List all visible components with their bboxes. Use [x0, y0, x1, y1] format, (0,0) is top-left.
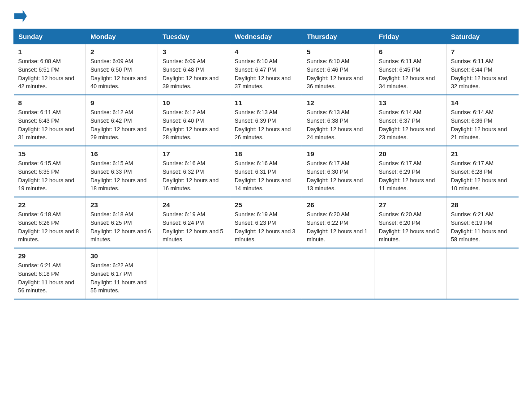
- day-number: 20: [379, 150, 442, 158]
- col-header-friday: Friday: [374, 29, 446, 44]
- calendar-cell: 24Sunrise: 6:19 AMSunset: 6:24 PMDayligh…: [158, 197, 230, 248]
- calendar-cell: 26Sunrise: 6:20 AMSunset: 6:22 PMDayligh…: [302, 197, 374, 248]
- logo-icon: [14, 10, 27, 22]
- day-number: 24: [163, 201, 225, 209]
- day-info: Sunrise: 6:20 AMSunset: 6:22 PMDaylight:…: [307, 210, 369, 244]
- calendar-cell: 30Sunrise: 6:22 AMSunset: 6:17 PMDayligh…: [86, 248, 158, 299]
- day-number: 14: [451, 99, 514, 107]
- day-info: Sunrise: 6:13 AMSunset: 6:38 PMDaylight:…: [307, 108, 369, 142]
- day-number: 1: [18, 48, 82, 56]
- day-number: 22: [18, 201, 82, 209]
- day-info: Sunrise: 6:11 AMSunset: 6:44 PMDaylight:…: [451, 57, 514, 91]
- calendar-cell: 17Sunrise: 6:16 AMSunset: 6:32 PMDayligh…: [158, 146, 230, 197]
- calendar-cell: 29Sunrise: 6:21 AMSunset: 6:18 PMDayligh…: [14, 248, 86, 299]
- day-info: Sunrise: 6:16 AMSunset: 6:31 PMDaylight:…: [235, 159, 297, 193]
- day-number: 5: [307, 48, 369, 56]
- day-info: Sunrise: 6:16 AMSunset: 6:32 PMDaylight:…: [163, 159, 225, 193]
- day-number: 28: [451, 201, 514, 209]
- calendar-cell: 7Sunrise: 6:11 AMSunset: 6:44 PMDaylight…: [446, 44, 519, 95]
- calendar-cell: 10Sunrise: 6:12 AMSunset: 6:40 PMDayligh…: [158, 95, 230, 146]
- day-info: Sunrise: 6:13 AMSunset: 6:39 PMDaylight:…: [235, 108, 297, 142]
- svg-marker-0: [14, 10, 27, 22]
- col-header-monday: Monday: [86, 29, 158, 44]
- day-number: 29: [18, 252, 82, 260]
- calendar-cell: 21Sunrise: 6:17 AMSunset: 6:28 PMDayligh…: [446, 146, 519, 197]
- calendar-cell: 9Sunrise: 6:12 AMSunset: 6:42 PMDaylight…: [86, 95, 158, 146]
- day-number: 27: [379, 201, 442, 209]
- day-info: Sunrise: 6:17 AMSunset: 6:29 PMDaylight:…: [379, 159, 442, 193]
- day-number: 6: [379, 48, 442, 56]
- calendar-week-row: 8Sunrise: 6:11 AMSunset: 6:43 PMDaylight…: [14, 95, 519, 146]
- day-info: Sunrise: 6:21 AMSunset: 6:18 PMDaylight:…: [18, 261, 82, 295]
- day-info: Sunrise: 6:21 AMSunset: 6:19 PMDaylight:…: [451, 210, 514, 244]
- day-info: Sunrise: 6:14 AMSunset: 6:37 PMDaylight:…: [379, 108, 442, 142]
- calendar-cell: [158, 248, 230, 299]
- day-number: 17: [163, 150, 225, 158]
- calendar-cell: 18Sunrise: 6:16 AMSunset: 6:31 PMDayligh…: [230, 146, 302, 197]
- day-info: Sunrise: 6:15 AMSunset: 6:35 PMDaylight:…: [18, 159, 82, 193]
- day-info: Sunrise: 6:09 AMSunset: 6:50 PMDaylight:…: [90, 57, 153, 91]
- day-number: 15: [18, 150, 82, 158]
- calendar-cell: 25Sunrise: 6:19 AMSunset: 6:23 PMDayligh…: [230, 197, 302, 248]
- day-info: Sunrise: 6:18 AMSunset: 6:26 PMDaylight:…: [18, 210, 82, 244]
- calendar-cell: 5Sunrise: 6:10 AMSunset: 6:46 PMDaylight…: [302, 44, 374, 95]
- col-header-thursday: Thursday: [302, 29, 374, 44]
- calendar-table: SundayMondayTuesdayWednesdayThursdayFrid…: [13, 29, 519, 300]
- day-info: Sunrise: 6:15 AMSunset: 6:33 PMDaylight:…: [90, 159, 153, 193]
- day-info: Sunrise: 6:10 AMSunset: 6:47 PMDaylight:…: [235, 57, 297, 91]
- day-number: 16: [90, 150, 153, 158]
- day-number: 2: [90, 48, 153, 56]
- calendar-week-row: 29Sunrise: 6:21 AMSunset: 6:18 PMDayligh…: [14, 248, 519, 299]
- day-number: 23: [90, 201, 153, 209]
- day-info: Sunrise: 6:14 AMSunset: 6:36 PMDaylight:…: [451, 108, 514, 142]
- calendar-cell: 19Sunrise: 6:17 AMSunset: 6:30 PMDayligh…: [302, 146, 374, 197]
- day-info: Sunrise: 6:09 AMSunset: 6:48 PMDaylight:…: [163, 57, 225, 91]
- day-number: 13: [379, 99, 442, 107]
- day-info: Sunrise: 6:19 AMSunset: 6:24 PMDaylight:…: [163, 210, 225, 244]
- day-number: 26: [307, 201, 369, 209]
- day-number: 19: [307, 150, 369, 158]
- col-header-tuesday: Tuesday: [158, 29, 230, 44]
- calendar-cell: 13Sunrise: 6:14 AMSunset: 6:37 PMDayligh…: [374, 95, 446, 146]
- calendar-cell: 22Sunrise: 6:18 AMSunset: 6:26 PMDayligh…: [14, 197, 86, 248]
- calendar-cell: 15Sunrise: 6:15 AMSunset: 6:35 PMDayligh…: [14, 146, 86, 197]
- day-info: Sunrise: 6:11 AMSunset: 6:45 PMDaylight:…: [379, 57, 442, 91]
- day-info: Sunrise: 6:20 AMSunset: 6:20 PMDaylight:…: [379, 210, 442, 244]
- day-number: 3: [163, 48, 225, 56]
- day-info: Sunrise: 6:12 AMSunset: 6:42 PMDaylight:…: [90, 108, 153, 142]
- calendar-cell: 14Sunrise: 6:14 AMSunset: 6:36 PMDayligh…: [446, 95, 519, 146]
- day-number: 4: [235, 48, 297, 56]
- calendar-cell: 2Sunrise: 6:09 AMSunset: 6:50 PMDaylight…: [86, 44, 158, 95]
- day-number: 10: [163, 99, 225, 107]
- day-info: Sunrise: 6:17 AMSunset: 6:30 PMDaylight:…: [307, 159, 369, 193]
- calendar-cell: [374, 248, 446, 299]
- calendar-cell: 16Sunrise: 6:15 AMSunset: 6:33 PMDayligh…: [86, 146, 158, 197]
- calendar-cell: 6Sunrise: 6:11 AMSunset: 6:45 PMDaylight…: [374, 44, 446, 95]
- day-number: 21: [451, 150, 514, 158]
- logo: [13, 9, 27, 21]
- day-number: 7: [451, 48, 514, 56]
- calendar-week-row: 15Sunrise: 6:15 AMSunset: 6:35 PMDayligh…: [14, 146, 519, 197]
- calendar-week-row: 1Sunrise: 6:08 AMSunset: 6:51 PMDaylight…: [14, 44, 519, 95]
- day-info: Sunrise: 6:17 AMSunset: 6:28 PMDaylight:…: [451, 159, 514, 193]
- day-info: Sunrise: 6:11 AMSunset: 6:43 PMDaylight:…: [18, 108, 82, 142]
- day-info: Sunrise: 6:22 AMSunset: 6:17 PMDaylight:…: [90, 261, 153, 295]
- calendar-cell: 8Sunrise: 6:11 AMSunset: 6:43 PMDaylight…: [14, 95, 86, 146]
- calendar-cell: 1Sunrise: 6:08 AMSunset: 6:51 PMDaylight…: [14, 44, 86, 95]
- day-info: Sunrise: 6:08 AMSunset: 6:51 PMDaylight:…: [18, 57, 82, 91]
- day-info: Sunrise: 6:10 AMSunset: 6:46 PMDaylight:…: [307, 57, 369, 91]
- calendar-cell: 11Sunrise: 6:13 AMSunset: 6:39 PMDayligh…: [230, 95, 302, 146]
- calendar-cell: 20Sunrise: 6:17 AMSunset: 6:29 PMDayligh…: [374, 146, 446, 197]
- calendar-cell: 12Sunrise: 6:13 AMSunset: 6:38 PMDayligh…: [302, 95, 374, 146]
- calendar-week-row: 22Sunrise: 6:18 AMSunset: 6:26 PMDayligh…: [14, 197, 519, 248]
- day-number: 18: [235, 150, 297, 158]
- calendar-cell: [446, 248, 519, 299]
- day-info: Sunrise: 6:18 AMSunset: 6:25 PMDaylight:…: [90, 210, 153, 244]
- day-number: 9: [90, 99, 153, 107]
- calendar-cell: 3Sunrise: 6:09 AMSunset: 6:48 PMDaylight…: [158, 44, 230, 95]
- day-number: 25: [235, 201, 297, 209]
- calendar-header-row: SundayMondayTuesdayWednesdayThursdayFrid…: [14, 29, 519, 44]
- day-number: 11: [235, 99, 297, 107]
- col-header-saturday: Saturday: [446, 29, 519, 44]
- col-header-wednesday: Wednesday: [230, 29, 302, 44]
